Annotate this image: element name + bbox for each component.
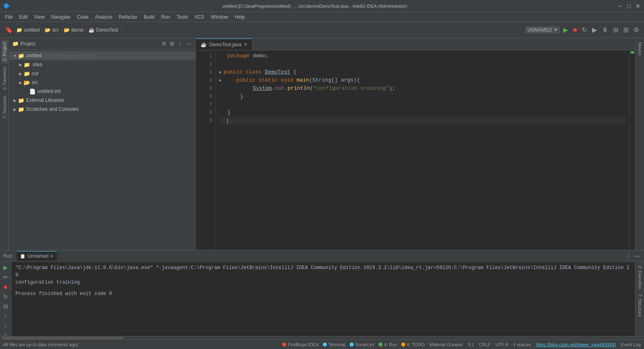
tree-item-ext-libs[interactable]: ▶ 📁 External Libraries [9,96,195,105]
run-panel-minimize-button[interactable]: — [634,252,641,260]
toolbar: 🔖 📁 untitled › 📂 src › 📂 demo › ☕ DemoTe… [0,22,644,38]
tree-item-iml-label: untitled.iml [37,88,61,94]
menu-item-edit[interactable]: Edit [16,13,31,21]
menu-item-analyze[interactable]: Analyze [92,13,116,21]
project-layout-button[interactable]: ⊞ [169,40,175,47]
tree-item-out[interactable]: ▶ 📁 out [9,69,195,78]
menu-item-view[interactable]: View [31,13,48,21]
close-button[interactable]: ✕ [635,3,641,9]
status-theme[interactable]: Material Oceanic [430,342,463,347]
status-encoding[interactable]: UTF-8 [495,342,508,347]
run-panel-actions: ⋮ — [625,252,641,260]
findbugs-badge [282,343,286,347]
tree-item-src[interactable]: ▶ 📂 src [9,78,195,87]
menu-item-run[interactable]: Run [158,13,173,21]
right-tab-maven[interactable]: Maven [637,40,643,58]
maximize-button[interactable]: □ [626,3,632,9]
tree-item-scratches[interactable]: ▶ 📁 Scratches and Consoles [9,105,195,114]
rerun-button[interactable]: ↻ [580,25,589,34]
menu-item-code[interactable]: Code [73,13,92,21]
plugin-findbugs[interactable]: FindBugs-IDEA [282,342,319,347]
run-scroll-up-button[interactable]: ↑ [3,312,8,320]
run-tab-unnamed[interactable]: 📋 Unnamed ✕ [17,251,57,261]
settings-button[interactable]: ⚙ [632,25,641,34]
run-edit-button[interactable]: ✏ [2,273,9,281]
run-scrollbar-thumb[interactable] [2,337,123,339]
minimize-button[interactable]: ─ [617,3,623,9]
pause-button[interactable]: ⏸ [600,26,610,34]
kw-package: package [227,52,250,60]
project-menu-button[interactable]: ⋮ [177,40,184,47]
tree-item-src-label: src [32,80,38,85]
status-line-ending[interactable]: CRLF [479,342,491,347]
run-tab-close-button[interactable]: ✕ [50,254,54,259]
run-config-dropdown-icon[interactable]: ▼ [553,28,558,32]
tree-item-iml[interactable]: ▶ 📄 untitled.iml [9,87,195,96]
step-button[interactable]: ⊞ [612,25,620,34]
run-scroll-end-button[interactable]: ⇩ [2,332,9,336]
grid-button[interactable]: ⊞ [622,25,630,34]
code-content[interactable]: package demo ; ▶ public class DemoTest [216,50,629,250]
editor-area: ☕ DemoTest.java ✕ 1 2 3 4 5 6 7 8 9 [196,38,635,250]
status-message: All files are up-to-date (moments ago) [3,342,78,347]
plugin-todo[interactable]: 6: TODO [401,342,425,347]
menu-item-window[interactable]: Window [207,13,231,21]
bottom-tab-favorites[interactable]: 2: Favorites [637,263,643,291]
menu-item-refactor[interactable]: Refactor [116,13,140,21]
status-event-log[interactable]: Event Log [620,342,641,347]
run-panel-menu-button[interactable]: ⋮ [625,252,632,260]
tree-item-out-label: out [32,71,39,76]
run-filter-button[interactable]: ⊟ [2,302,9,310]
run-config[interactable]: UNNAMED ▼ [525,26,560,34]
right-gutter [629,50,635,250]
run-scrollbar[interactable] [0,336,644,339]
menu-item-build[interactable]: Build [140,13,158,21]
run-button[interactable]: ▶ [562,25,570,34]
plugin-sonarlint[interactable]: SonarLint [350,342,374,347]
plugin-terminal[interactable]: Terminal [323,342,346,347]
run-indicator-3[interactable]: ▶ [219,68,222,76]
editor-tab-demotest[interactable]: ☕ DemoTest.java ✕ [196,39,253,50]
stop-button[interactable]: ■ [571,26,579,34]
tab-close-button[interactable]: ✕ [244,42,247,47]
status-position[interactable]: 9:1 [468,342,474,347]
plugin-run[interactable]: 4: Run [378,342,397,347]
sidebar-tab-favorites[interactable]: 2: Favorites [1,64,8,92]
tree-arrow-out: ▶ [18,71,24,76]
project-panel-title: Project [20,41,159,47]
status-link[interactable]: https://blog.csdn.net/dawei_yang000000 [536,342,616,347]
project-settings-button[interactable]: ⚙ [161,40,167,47]
resume-button[interactable]: ▶ [590,25,599,34]
tab-label: DemoTest.java [209,42,241,47]
menu-item-vcs[interactable]: VCS [191,13,208,21]
breadcrumb-src[interactable]: src [52,27,59,33]
code-line-6: } [219,93,626,101]
run-play-button[interactable]: ▶ [2,263,9,271]
sidebar-tab-structure[interactable]: 7: Structure [1,93,8,121]
menu-item-file[interactable]: File [2,13,16,21]
tree-root-path: D:\JavaPrograms\untitled [44,53,95,58]
menu-item-navigate[interactable]: Navigate [48,13,73,21]
run-stop-button[interactable]: ■ [3,283,8,291]
breadcrumb-class[interactable]: DemoTest [96,27,118,33]
sidebar-tab-project[interactable]: 1: Project [1,40,8,63]
project-minimize-button[interactable]: — [185,40,192,47]
folder-icon-ext-libs: 📁 [18,97,24,103]
tree-root[interactable]: ▼ 📁 untitled D:\JavaPrograms\untitled [9,51,195,60]
menu-item-help[interactable]: Help [231,13,248,21]
menu-item-tools[interactable]: Tools [173,13,191,21]
status-indent[interactable]: 4 spaces [513,342,531,347]
run-scroll-down-button[interactable]: ↓ [3,322,8,330]
run-indicator-4[interactable]: ▶ [219,76,222,84]
run-tab-bar: Run: 📋 Unnamed ✕ ⋮ — [0,250,644,262]
tree-item-idea[interactable]: ▶ 📁 .idea [9,60,195,69]
status-right: Material Oceanic 9:1 CRLF UTF-8 4 spaces… [430,342,641,347]
code-area[interactable]: 1 2 3 4 5 6 7 8 9 package demo ; [196,50,635,250]
breadcrumb-demo[interactable]: demo [71,27,84,33]
bookmark-icon[interactable]: 🔖 [3,25,15,34]
println-method: println [287,84,310,93]
run-output[interactable]: "C:\Program Files\Java\jdk-11.0.6\bin\ja… [11,262,635,336]
breadcrumb-project[interactable]: untitled [24,27,40,33]
bottom-tab-structure[interactable]: 7: Structure [637,291,643,319]
run-rerun-button[interactable]: ↻ [2,293,9,301]
